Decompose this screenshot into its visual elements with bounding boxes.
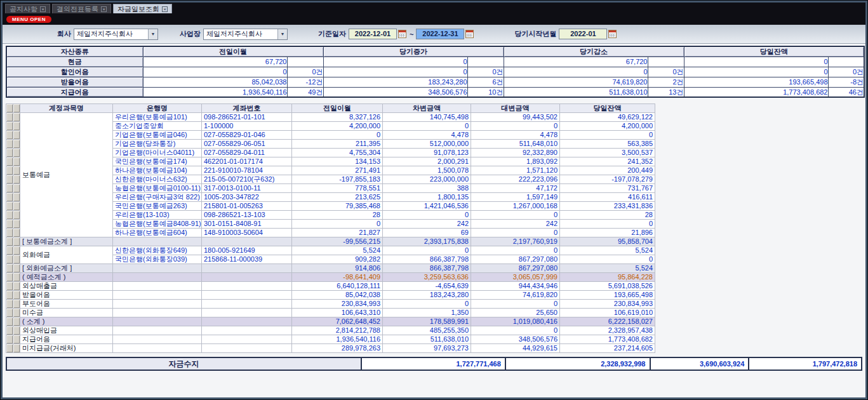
amount-cell[interactable]: 95,864,228	[560, 273, 655, 282]
row-selector-cell[interactable]	[13, 291, 20, 300]
bank-name-cell[interactable]: 우리은행(구매자금3억 822)	[113, 193, 202, 202]
bank-name-cell[interactable]: 국민은행(보통예금263)	[113, 202, 202, 211]
amount-cell[interactable]: 5,524	[292, 246, 383, 255]
row-selector-cell[interactable]	[6, 326, 13, 335]
empty-cell[interactable]	[202, 300, 292, 309]
amount-cell[interactable]: 106,643,310	[292, 309, 383, 317]
account-label-cell[interactable]: ( 소계 )	[20, 317, 113, 326]
amount-cell[interactable]: 8,327,126	[292, 113, 383, 122]
row-selector-cell[interactable]	[13, 229, 20, 237]
row-selector-cell[interactable]	[6, 149, 13, 157]
amount-cell[interactable]: 0	[383, 246, 471, 255]
amount-cell[interactable]: 4,478	[383, 131, 471, 140]
row-selector-cell[interactable]	[13, 157, 20, 166]
period-start-input[interactable]: 2022-01	[559, 29, 607, 39]
bank-name-cell[interactable]: 농협은행(보통예금8408-91)	[113, 220, 202, 229]
amount-cell[interactable]: 242	[383, 220, 471, 229]
amount-cell[interactable]: 237,214,605	[560, 344, 655, 353]
row-selector-cell[interactable]	[13, 326, 20, 335]
amount-cell[interactable]: 95,858,704	[560, 237, 655, 246]
amount-cell[interactable]: 3,500,537	[560, 149, 655, 157]
row-selector-cell[interactable]	[13, 335, 20, 344]
row-selector-cell[interactable]	[6, 193, 13, 202]
row-selector-cell[interactable]	[13, 122, 20, 131]
amount-cell[interactable]: 223,000,000	[383, 175, 471, 184]
empty-cell[interactable]	[202, 237, 292, 246]
bank-name-cell[interactable]: 국민은행(외화통장039)	[113, 255, 202, 264]
amount-cell[interactable]: 867,297,080	[471, 255, 560, 264]
amount-cell[interactable]: 914,806	[292, 264, 383, 273]
empty-cell[interactable]	[113, 326, 202, 335]
row-selector-cell[interactable]	[6, 344, 13, 353]
empty-cell[interactable]	[113, 335, 202, 344]
amount-cell[interactable]: 289,978,263	[292, 344, 383, 353]
empty-cell[interactable]	[202, 264, 292, 273]
amount-cell[interactable]: 99,443,502	[471, 113, 560, 122]
amount-cell[interactable]: 731,767	[560, 184, 655, 193]
empty-cell[interactable]	[202, 291, 292, 300]
account-label-cell[interactable]: 받을어음	[20, 291, 113, 300]
amount-cell[interactable]: 867,297,080	[471, 264, 560, 273]
row-selector-cell[interactable]	[13, 246, 20, 255]
row-selector-cell[interactable]	[13, 113, 20, 122]
row-selector-cell[interactable]	[13, 255, 20, 264]
bank-name-cell[interactable]: 기업은행(보통예금046)	[113, 131, 202, 140]
row-selector-cell[interactable]	[6, 291, 13, 300]
amount-cell[interactable]: 0	[560, 220, 655, 229]
empty-cell[interactable]	[202, 309, 292, 317]
amount-cell[interactable]: 1,800,135	[383, 193, 471, 202]
row-selector-cell[interactable]	[6, 246, 13, 255]
amount-cell[interactable]: 3,259,563,636	[383, 273, 471, 282]
row-selector-cell[interactable]	[13, 344, 20, 353]
amount-cell[interactable]: 233,431,836	[560, 202, 655, 211]
row-selector-cell[interactable]	[13, 131, 20, 140]
account-number-cell[interactable]: 301-0151-8408-91	[202, 220, 292, 229]
empty-cell[interactable]	[202, 326, 292, 335]
amount-cell[interactable]: 1,936,540,116	[292, 335, 383, 344]
amount-cell[interactable]: 85,042,038	[292, 291, 383, 300]
amount-cell[interactable]: 511,648,010	[471, 140, 560, 149]
account-label-cell[interactable]: 외상매입금	[20, 326, 113, 335]
menu-open-button[interactable]: MENU OPEN	[6, 16, 51, 23]
row-selector-cell[interactable]	[6, 202, 13, 211]
amount-cell[interactable]: -197,855,183	[292, 175, 383, 184]
amount-cell[interactable]: 74,619,820	[471, 291, 560, 300]
row-selector-cell[interactable]	[13, 140, 20, 149]
bank-name-cell[interactable]: 농협은행(보통예금0100-11)	[113, 184, 202, 193]
account-number-cell[interactable]: 148-910003-50604	[202, 229, 292, 237]
amount-cell[interactable]: 91,078,123	[383, 149, 471, 157]
bank-name-cell[interactable]: 기업은행(당좌통장)	[113, 140, 202, 149]
account-number-cell[interactable]: 462201-01-017174	[202, 157, 292, 166]
amount-cell[interactable]: 348,506,576	[471, 335, 560, 344]
row-selector-cell[interactable]	[13, 317, 20, 326]
row-selector-cell[interactable]	[13, 282, 20, 291]
amount-cell[interactable]: 6,222,158,027	[560, 317, 655, 326]
amount-cell[interactable]: 134,153	[292, 157, 383, 166]
amount-cell[interactable]: 44,929,615	[471, 344, 560, 353]
amount-cell[interactable]: 0	[471, 211, 560, 220]
amount-cell[interactable]: 92,332,890	[471, 149, 560, 157]
bank-name-cell[interactable]: 우리은행(13-103)	[113, 211, 202, 220]
amount-cell[interactable]: 106,619,010	[560, 309, 655, 317]
account-number-cell[interactable]: 180-005-921649	[202, 246, 292, 255]
amount-cell[interactable]: 193,665,498	[560, 291, 655, 300]
amount-cell[interactable]: 1,019,080,416	[471, 317, 560, 326]
bank-name-cell[interactable]: 기업은행(마이너스04011)	[113, 149, 202, 157]
amount-cell[interactable]: 909,282	[292, 255, 383, 264]
amount-cell[interactable]: 0	[292, 131, 383, 140]
empty-cell[interactable]	[113, 291, 202, 300]
amount-cell[interactable]: 47,172	[471, 184, 560, 193]
amount-cell[interactable]: 0	[471, 326, 560, 335]
bank-name-cell[interactable]: 신한은행(외화통장649)	[113, 246, 202, 255]
row-selector-cell[interactable]	[6, 255, 13, 264]
amount-cell[interactable]: 4,478	[471, 131, 560, 140]
amount-cell[interactable]: 1,571,120	[471, 166, 560, 175]
empty-cell[interactable]	[113, 273, 202, 282]
row-selector-cell[interactable]	[6, 229, 13, 237]
row-selector-cell[interactable]	[6, 184, 13, 193]
empty-cell[interactable]	[113, 300, 202, 309]
amount-cell[interactable]: 140,745,498	[383, 113, 471, 122]
amount-cell[interactable]: 3,065,057,999	[471, 273, 560, 282]
amount-cell[interactable]: 563,385	[560, 140, 655, 149]
account-number-cell[interactable]: 027-055829-04-011	[202, 149, 292, 157]
